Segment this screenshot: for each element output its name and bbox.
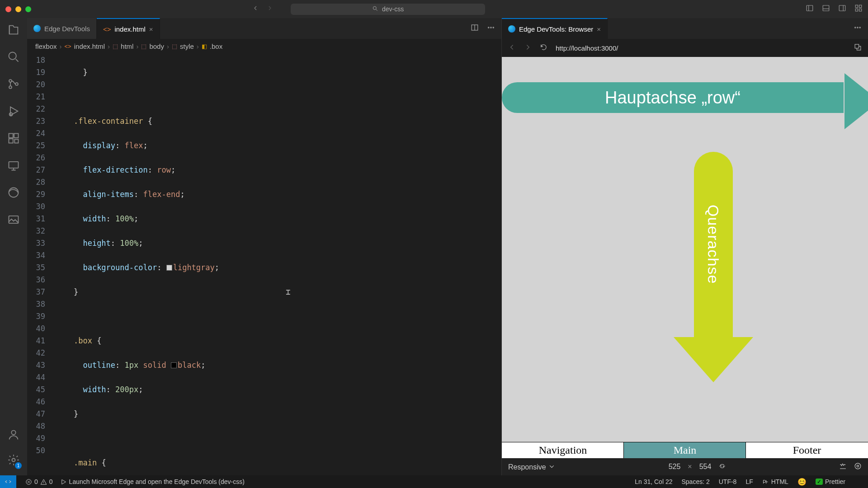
back-icon[interactable] [252, 5, 259, 14]
browser-forward-icon[interactable] [524, 43, 532, 53]
code-editor[interactable]: 1819202122232425262728293031323334353637… [27, 53, 501, 475]
breadcrumb-item[interactable]: style [180, 42, 194, 50]
layout-sidebar-left-icon[interactable] [806, 4, 814, 14]
browser-back-icon[interactable] [508, 43, 516, 53]
svg-point-8 [9, 52, 16, 60]
device-emulation-bar: Responsive 525 × 554 [502, 458, 868, 475]
settings-gear-icon[interactable] [7, 454, 20, 468]
url-input[interactable]: http://localhost:3000/ [556, 44, 618, 52]
browser-toolbar: http://localhost:3000/ [502, 39, 868, 57]
tab-edge-browser[interactable]: Edge DevTools: Browser × [502, 18, 608, 39]
symbol-icon: ⬚ [172, 43, 177, 50]
symbol-icon: ⬚ [141, 43, 146, 50]
minimize-window[interactable] [15, 6, 21, 12]
eol-status[interactable]: LF [745, 478, 753, 485]
viewport-height[interactable]: 554 [699, 463, 712, 471]
history-nav [252, 5, 274, 14]
edge-icon [508, 25, 515, 33]
svg-point-31 [857, 465, 859, 467]
breadcrumb-item[interactable]: index.html [74, 42, 105, 50]
search-text: dev-css [382, 5, 404, 13]
emulation-settings-icon[interactable] [854, 462, 862, 472]
svg-rect-5 [859, 5, 862, 7]
extensions-icon[interactable] [7, 132, 20, 146]
close-icon[interactable]: × [597, 25, 601, 33]
tab-label: index.html [114, 25, 145, 33]
breadcrumb-item[interactable]: html [121, 42, 133, 50]
edge-icon [33, 25, 41, 32]
svg-rect-13 [9, 134, 13, 138]
problems-status[interactable]: 0 0 [25, 478, 53, 485]
image-preview-icon[interactable] [7, 213, 20, 228]
svg-rect-15 [9, 139, 13, 143]
editor-group-left: Edge DevTools <> index.html × flexbox› <… [27, 18, 502, 475]
close-window[interactable] [5, 6, 11, 12]
svg-point-9 [9, 80, 12, 82]
cursor-icon: ⌶ [286, 286, 290, 298]
split-editor-icon[interactable] [471, 23, 479, 33]
browser-reload-icon[interactable] [540, 43, 547, 53]
cross-axis-arrow: Querachse [674, 152, 753, 382]
search-icon[interactable] [7, 51, 20, 65]
run-debug-icon[interactable] [7, 105, 20, 119]
browser-preview[interactable]: Hauptachse „row“ Querachse Navigation Ma… [502, 57, 868, 458]
layout-grid-icon[interactable] [854, 4, 863, 14]
more-actions-icon[interactable] [487, 23, 495, 33]
svg-point-24 [491, 27, 491, 28]
breadcrumb-item[interactable]: .box [210, 42, 222, 50]
prettier-status[interactable]: ✓Prettier [816, 478, 845, 485]
screenshot-icon[interactable] [839, 462, 847, 472]
svg-point-23 [488, 27, 489, 28]
main-axis-label: Hauptachse „row“ [605, 88, 741, 108]
color-swatch[interactable] [171, 362, 177, 368]
command-center[interactable]: dev-css [291, 4, 485, 15]
encoding-status[interactable]: UTF-8 [719, 478, 737, 485]
account-icon[interactable] [7, 428, 20, 443]
remote-indicator[interactable] [0, 475, 16, 488]
launch-task-status[interactable]: Launch Microsoft Edge and open the Edge … [60, 478, 245, 485]
svg-rect-6 [855, 9, 858, 11]
svg-rect-29 [855, 44, 859, 48]
line-gutter: 1819202122232425262728293031323334353637… [27, 53, 55, 475]
svg-rect-4 [855, 5, 858, 7]
layout-sidebar-right-icon[interactable] [838, 4, 846, 14]
svg-point-10 [9, 86, 12, 89]
svg-rect-3 [839, 5, 845, 11]
dimension-x-icon: × [688, 463, 692, 471]
svg-point-26 [855, 27, 856, 28]
breadcrumb-item[interactable]: body [149, 42, 164, 50]
language-status[interactable]: HTML [762, 478, 788, 485]
close-icon[interactable]: × [149, 25, 153, 33]
svg-rect-14 [14, 134, 18, 138]
cross-axis-label: Querachse [704, 205, 722, 284]
layout-panel-icon[interactable] [822, 4, 830, 14]
indent-status[interactable]: Spaces: 2 [681, 478, 709, 485]
viewport-width[interactable]: 525 [669, 463, 681, 471]
emoji-status-icon[interactable]: 😊 [797, 478, 807, 486]
breadcrumb-item[interactable]: flexbox [35, 42, 57, 50]
source-control-icon[interactable] [7, 78, 20, 92]
more-actions-icon[interactable] [854, 23, 862, 33]
color-swatch[interactable] [166, 265, 172, 271]
explorer-icon[interactable] [7, 23, 20, 38]
svg-point-30 [855, 463, 861, 469]
maximize-window[interactable] [25, 6, 31, 12]
edge-tools-icon[interactable] [7, 186, 20, 201]
code-lines[interactable]: } .flex-container { display: flex; flex-… [55, 53, 501, 475]
rotate-icon[interactable] [718, 462, 726, 472]
forward-icon[interactable] [266, 5, 274, 14]
tab-index-html[interactable]: <> index.html × [97, 18, 160, 39]
svg-rect-7 [859, 9, 862, 11]
remote-explorer-icon[interactable] [7, 159, 20, 174]
svg-rect-16 [14, 139, 18, 143]
breadcrumb[interactable]: flexbox› <>index.html› ⬚html› ⬚body› ⬚st… [27, 39, 501, 53]
svg-point-28 [859, 27, 860, 28]
flex-demo: Navigation Main Footer [502, 442, 868, 458]
tab-edge-devtools[interactable]: Edge DevTools [27, 18, 97, 39]
demo-main-box: Main [624, 442, 746, 458]
open-devtools-icon[interactable] [854, 43, 862, 53]
cursor-position[interactable]: Ln 31, Col 22 [635, 478, 672, 485]
device-mode-select[interactable]: Responsive [508, 463, 556, 471]
demo-nav-box: Navigation [502, 442, 624, 458]
browser-tabs: Edge DevTools: Browser × [502, 18, 868, 39]
